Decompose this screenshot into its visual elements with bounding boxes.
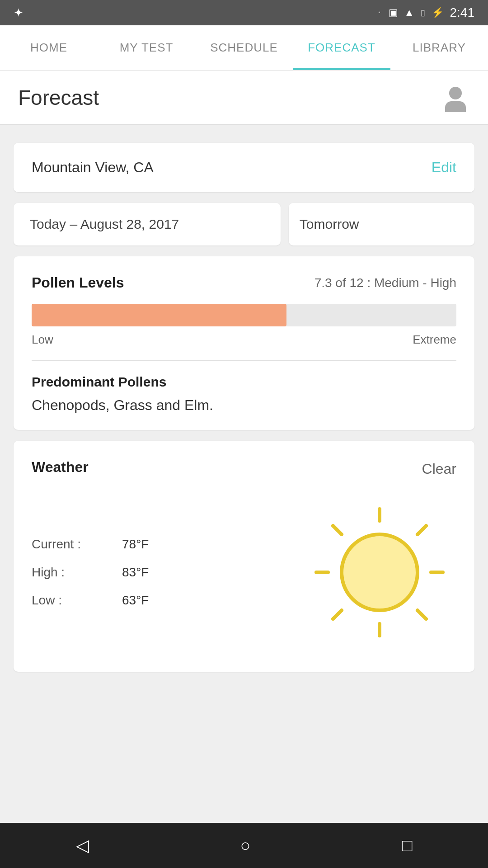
pollen-card: Pollen Levels 7.3 of 12 : Medium - High … [14, 256, 474, 430]
svg-line-4 [333, 526, 342, 534]
home-button[interactable]: ○ [240, 836, 251, 855]
pollen-header: Pollen Levels 7.3 of 12 : Medium - High [32, 274, 456, 291]
weather-stat-current: Current : 78°F [32, 537, 149, 552]
tab-library[interactable]: LIBRARY [390, 25, 488, 70]
weather-stat-low: Low : 63°F [32, 593, 149, 608]
weather-current-value: 78°F [122, 537, 149, 552]
page-title: Forecast [18, 85, 99, 110]
status-time: 2:41 [450, 5, 475, 20]
pollen-label-extreme: Extreme [413, 333, 456, 347]
bottom-navigation: ◁ ○ □ [0, 823, 488, 868]
weather-current-label: Current : [32, 537, 122, 552]
edit-location-button[interactable]: Edit [432, 159, 456, 176]
home-icon: ○ [240, 836, 251, 855]
weather-high-label: High : [32, 565, 122, 580]
predominant-pollens-title: Predominant Pollens [32, 374, 456, 390]
pollen-label-low: Low [32, 333, 53, 347]
back-button[interactable]: ◁ [76, 835, 89, 855]
weather-stat-high: High : 83°F [32, 565, 149, 580]
weather-title: Weather [32, 459, 89, 476]
user-avatar-button[interactable] [441, 83, 470, 112]
pollen-title: Pollen Levels [32, 274, 124, 291]
svg-point-8 [342, 534, 418, 610]
page-header: Forecast [0, 71, 488, 125]
pollen-bar-labels: Low Extreme [32, 333, 456, 347]
weather-low-value: 63°F [122, 593, 149, 608]
battery-icon: ⚡ [432, 7, 444, 19]
svg-line-6 [418, 526, 426, 534]
status-bar-right: ⬞ ▣ ▲ ▯ ⚡ 2:41 [376, 5, 474, 20]
pollen-bar-fill [32, 304, 286, 326]
tab-forecast[interactable]: FORECAST [293, 25, 390, 70]
status-bar: ✦ ⬞ ▣ ▲ ▯ ⚡ 2:41 [0, 0, 488, 25]
weather-high-value: 83°F [122, 565, 149, 580]
signal-icon: ▯ [421, 8, 425, 18]
recent-apps-icon: □ [402, 836, 413, 855]
nav-tabs: HOME MY TEST SCHEDULE FORECAST LIBRARY [0, 25, 488, 71]
date-tab-tomorrow[interactable]: Tomorrow [289, 203, 474, 245]
date-tabs: Today – August 28, 2017 Tomorrow [14, 203, 474, 245]
date-tab-today[interactable]: Today – August 28, 2017 [14, 203, 281, 245]
pollen-level: 7.3 of 12 : Medium - High [314, 276, 456, 290]
tab-schedule[interactable]: SCHEDULE [195, 25, 293, 70]
main-content: Mountain View, CA Edit Today – August 28… [0, 125, 488, 823]
svg-line-7 [333, 610, 342, 619]
back-icon: ◁ [76, 835, 89, 855]
weather-body: Current : 78°F High : 83°F Low : 63°F [32, 495, 456, 649]
weather-sun-icon [303, 495, 456, 649]
tab-my-test[interactable]: MY TEST [98, 25, 195, 70]
location-text: Mountain View, CA [32, 159, 154, 176]
app-icon: ✦ [14, 6, 23, 20]
vibrate-icon: ▣ [389, 7, 398, 19]
weather-stats: Current : 78°F High : 83°F Low : 63°F [32, 537, 149, 608]
svg-line-5 [418, 610, 426, 619]
predominant-pollens-text: Chenopods, Grass and Elm. [32, 397, 456, 414]
wifi-icon: ▲ [404, 7, 414, 19]
bluetooth-icon: ⬞ [376, 7, 382, 19]
weather-header: Weather Clear [32, 459, 456, 477]
pollen-divider [32, 360, 456, 361]
weather-condition: Clear [422, 459, 456, 477]
weather-card: Weather Clear Current : 78°F High : 83°F… [14, 441, 474, 672]
avatar-body [445, 101, 466, 112]
status-bar-left: ✦ [14, 6, 23, 20]
recent-apps-button[interactable]: □ [402, 836, 413, 855]
location-card: Mountain View, CA Edit [14, 143, 474, 192]
weather-low-label: Low : [32, 593, 122, 608]
avatar-head [449, 87, 462, 99]
tab-home[interactable]: HOME [0, 25, 98, 70]
pollen-bar-background [32, 304, 456, 326]
